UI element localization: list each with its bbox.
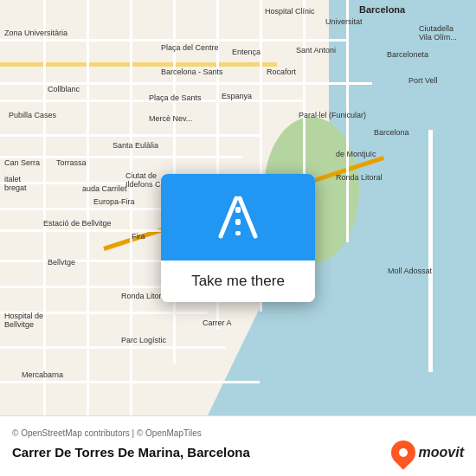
map-street-v2 (87, 0, 89, 415)
svg-rect-3 (235, 219, 241, 225)
location-row: Carrer De Torres De Marina, Barcelona mo… (12, 441, 464, 465)
modal-icon-area (161, 174, 315, 261)
attribution-text: © OpenStreetMap contributors | © OpenMap… (12, 428, 464, 438)
take-me-there-button[interactable]: Take me there (161, 261, 315, 302)
svg-rect-4 (235, 231, 241, 235)
svg-line-1 (240, 198, 255, 236)
svg-line-0 (221, 198, 236, 236)
modal-card: Take me there (161, 174, 315, 302)
moovit-logo: moovit (391, 441, 464, 465)
map-street-v3 (130, 0, 132, 415)
moovit-pin-icon (386, 435, 421, 470)
map-road-sants (0, 62, 277, 67)
bottom-bar: © OpenStreetMap contributors | © OpenMap… (0, 415, 476, 476)
location-name: Carrer De Torres De Marina, Barcelona (12, 445, 250, 460)
map-road-moll (428, 130, 433, 372)
map-street-h5 (0, 156, 242, 158)
moovit-pin-inner (399, 448, 408, 457)
moovit-text: moovit (419, 445, 464, 460)
map-street-v1 (43, 0, 46, 415)
map-street-h12 (0, 346, 225, 349)
map-street-v8 (346, 0, 349, 242)
map-street-h2 (0, 82, 372, 85)
road-icon (212, 191, 264, 243)
svg-rect-2 (235, 207, 241, 213)
map-street-h11 (0, 312, 208, 314)
